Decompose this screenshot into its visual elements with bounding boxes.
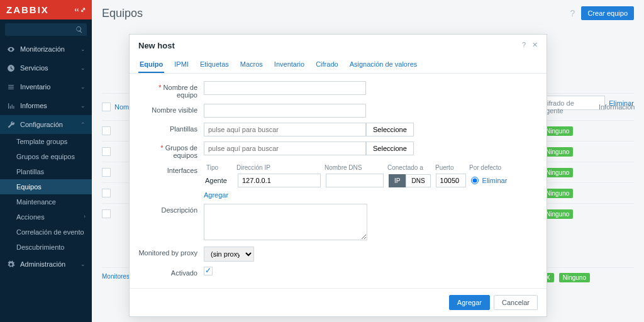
- select-groups-button[interactable]: Seleccione: [366, 142, 414, 155]
- help-icon[interactable]: ?: [570, 8, 575, 18]
- sub-templates[interactable]: Plantillas: [0, 164, 92, 179]
- tab-etiquetas[interactable]: Etiquetas: [199, 57, 230, 73]
- add-interface-link[interactable]: Agregar: [204, 191, 228, 199]
- btn-dns[interactable]: DNS: [406, 174, 430, 187]
- iface-default-radio[interactable]: [471, 177, 479, 184]
- label-proxy: Monitored by proxy: [138, 247, 204, 257]
- create-host-button[interactable]: Crear equipo: [581, 6, 634, 20]
- interface-row: Agente IP DNS Eliminar: [204, 174, 538, 187]
- label-enabled: Activado: [138, 267, 204, 277]
- sidebar: ZABBIX ‹‹ ⤢ Monitorización⌄ Servicios⌄ I…: [0, 0, 92, 322]
- tab-equipo[interactable]: Equipo: [138, 57, 164, 73]
- iface-type: Agente: [204, 177, 234, 184]
- iface-remove[interactable]: Eliminar: [482, 177, 508, 184]
- tab-cifrado[interactable]: Cifrado: [314, 57, 339, 73]
- chevron-down-icon: ⌄: [80, 65, 86, 71]
- tab-value-mapping[interactable]: Asignación de valores: [348, 57, 419, 73]
- search-icon: [75, 26, 83, 33]
- chevron-down-icon: ⌄: [80, 261, 86, 267]
- modal-title: New host: [138, 41, 175, 50]
- wrench-icon: [7, 121, 15, 129]
- brand-logo: ZABBIX ‹‹ ⤢: [0, 0, 92, 19]
- select-all-checkbox[interactable]: [102, 103, 111, 111]
- modal-tabs: Equipo IPMI Etiquetas Macros Inventario …: [130, 57, 547, 74]
- chevron-down-icon: ⌄: [80, 84, 86, 90]
- nav-reports[interactable]: Informes⌄: [0, 96, 92, 115]
- modal-cancel-button[interactable]: Cancelar: [494, 295, 538, 310]
- nav-configuration[interactable]: Configuración⌃: [0, 115, 92, 134]
- input-host-name[interactable]: [204, 81, 366, 95]
- help-icon[interactable]: ?: [522, 41, 526, 50]
- iface-port-input[interactable]: [436, 174, 466, 187]
- sub-hosts[interactable]: Equipos: [0, 179, 92, 194]
- checkbox-enabled[interactable]: [204, 267, 213, 275]
- tab-macros[interactable]: Macros: [239, 57, 264, 73]
- sub-template-groups[interactable]: Template groups: [0, 134, 92, 149]
- input-groups[interactable]: [204, 142, 366, 155]
- nav-services[interactable]: Servicios⌄: [0, 58, 92, 77]
- select-templates-button[interactable]: Seleccione: [366, 123, 414, 136]
- sub-maintenance[interactable]: Maintenance: [0, 194, 92, 209]
- nav-inventory[interactable]: Inventario⌄: [0, 77, 92, 96]
- eye-icon: [7, 45, 15, 53]
- sidebar-search[interactable]: [5, 23, 87, 36]
- input-templates[interactable]: [204, 123, 366, 136]
- iface-connect-to: IP DNS: [387, 174, 432, 187]
- nav-administration[interactable]: Administración⌄: [0, 255, 92, 274]
- chevron-up-icon: ⌃: [80, 121, 86, 128]
- chevron-down-icon: ⌄: [80, 103, 86, 109]
- label-visible-name: Nombre visible: [138, 104, 204, 114]
- close-icon[interactable]: ✕: [532, 41, 538, 50]
- label-interfaces: Interfaces: [138, 164, 204, 174]
- brand-text: ZABBIX: [6, 4, 49, 15]
- label-host-name: Nombre de equipo: [138, 81, 204, 99]
- nav-monitoring[interactable]: Monitorización⌄: [0, 40, 92, 58]
- btn-ip[interactable]: IP: [389, 174, 406, 187]
- sub-correlation[interactable]: Correlación de evento: [0, 225, 92, 240]
- input-visible-name[interactable]: [204, 104, 366, 118]
- collapse-icon[interactable]: ‹‹ ⤢: [75, 6, 86, 13]
- sub-host-groups[interactable]: Grupos de equipos: [0, 149, 92, 164]
- label-templates: Plantillas: [138, 123, 204, 133]
- col-info: Información: [595, 103, 634, 111]
- page-title: Equipos: [102, 7, 143, 20]
- clock-icon: [7, 64, 15, 72]
- sub-discovery[interactable]: Descubrimiento: [0, 240, 92, 255]
- sub-actions[interactable]: Acciones›: [0, 209, 92, 225]
- label-description: Descripción: [138, 204, 204, 214]
- tab-inventario[interactable]: Inventario: [273, 57, 306, 73]
- iface-ip-input[interactable]: [238, 174, 321, 187]
- gear-icon: [7, 260, 15, 269]
- modal-add-button[interactable]: Agregar: [449, 295, 490, 310]
- select-proxy[interactable]: (sin proxy): [204, 247, 254, 262]
- new-host-modal: New host ? ✕ Equipo IPMI Etiquetas Macro…: [129, 34, 547, 317]
- chevron-down-icon: ⌄: [80, 46, 86, 52]
- chart-icon: [7, 102, 15, 110]
- list-icon: [7, 83, 15, 91]
- label-groups: Grupos de equipos: [138, 142, 204, 159]
- iface-dns-input[interactable]: [326, 174, 384, 187]
- input-description[interactable]: [204, 204, 367, 240]
- tab-ipmi[interactable]: IPMI: [173, 57, 190, 73]
